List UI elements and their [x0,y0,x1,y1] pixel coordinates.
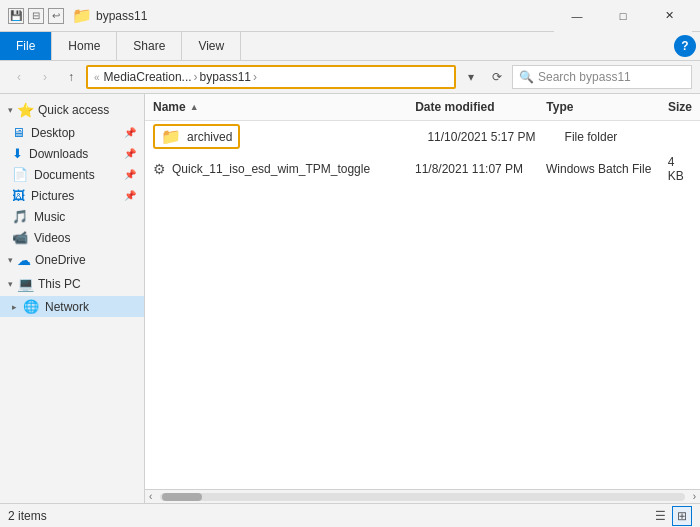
folder-icon-archived: 📁 [161,127,181,146]
address-dropdown-button[interactable]: ▾ [460,66,482,88]
file-list: 📁 archived 11/10/2021 5:17 PM File folde… [145,121,700,489]
sidebar-item-desktop[interactable]: 🖥 Desktop 📌 [0,122,144,143]
downloads-icon: ⬇ [12,146,23,161]
help-button[interactable]: ? [674,35,696,57]
minimize-button[interactable]: — [554,0,600,32]
properties-icon[interactable]: ⊟ [28,8,44,24]
downloads-label: Downloads [29,147,88,161]
archived-type: File folder [565,130,692,144]
music-icon: 🎵 [12,209,28,224]
scroll-left-button[interactable]: ‹ [145,491,156,502]
tab-home[interactable]: Home [52,32,117,60]
expand-icon-network: ▸ [12,302,17,312]
forward-button[interactable]: › [34,66,56,88]
maximize-button[interactable]: □ [600,0,646,32]
pictures-icon: 🖼 [12,188,25,203]
music-label: Music [34,210,65,224]
desktop-label: Desktop [31,126,75,140]
pin-icon-desktop: 📌 [124,127,136,138]
onedrive-label: OneDrive [35,253,86,267]
pc-label: This PC [38,277,81,291]
sidebar-item-network[interactable]: ▸ 🌐 Network [0,296,144,317]
archived-name: archived [187,130,232,144]
save-icon[interactable]: 💾 [8,8,24,24]
documents-label: Documents [34,168,95,182]
main-container: ▾ ⭐ Quick access 🖥 Desktop 📌 ⬇ Downloads… [0,94,700,503]
sidebar-item-documents[interactable]: 📄 Documents 📌 [0,164,144,185]
status-bar: 2 items ☰ ⊞ [0,503,700,527]
table-row[interactable]: 📁 archived 11/10/2021 5:17 PM File folde… [145,121,700,152]
title-bar-quick-icons: 💾 ⊟ ↩ [8,8,64,24]
file-header: Name ▲ Date modified Type Size [145,94,700,121]
sidebar-item-videos[interactable]: 📹 Videos [0,227,144,248]
sidebar-item-downloads[interactable]: ⬇ Downloads 📌 [0,143,144,164]
sidebar-item-quick-access[interactable]: ▾ ⭐ Quick access [0,98,144,122]
pin-icon-downloads: 📌 [124,148,136,159]
address-bar: ‹ › ↑ « MediaCreation... › bypass11 › ▾ … [0,61,700,94]
col-header-date[interactable]: Date modified [415,96,546,118]
details-view-button[interactable]: ☰ [650,506,670,526]
sidebar-item-music[interactable]: 🎵 Music [0,206,144,227]
file-name-cell-archived: 📁 archived [153,124,427,149]
col-header-type[interactable]: Type [546,96,668,118]
sidebar-item-pictures[interactable]: 🖼 Pictures 📌 [0,185,144,206]
search-icon: 🔍 [519,70,534,84]
pin-icon-pictures: 📌 [124,190,136,201]
file-pane: Name ▲ Date modified Type Size 📁 archive… [145,94,700,503]
path-sep-2: › [253,70,257,84]
path-media-creation: MediaCreation... [104,70,192,84]
expand-icon-onedrive: ▾ [8,255,13,265]
expand-icon-pc: ▾ [8,279,13,289]
sidebar-item-onedrive[interactable]: ▾ ☁ OneDrive [0,248,144,272]
close-button[interactable]: ✕ [646,0,692,32]
horizontal-scrollbar[interactable]: ‹ › [145,489,700,503]
onedrive-icon: ☁ [17,252,31,268]
desktop-icon: 🖥 [12,125,25,140]
network-icon: 🌐 [23,299,39,314]
documents-icon: 📄 [12,167,28,182]
item-count: 2 items [8,509,47,523]
bat-icon: ⚙ [153,161,166,177]
scroll-track [160,493,684,501]
quick-access-label: Quick access [38,103,109,117]
star-icon: ⭐ [17,102,34,118]
col-header-name[interactable]: Name ▲ [153,96,415,118]
tab-view[interactable]: View [182,32,241,60]
path-bypass11: bypass11 [200,70,251,84]
search-box[interactable]: 🔍 Search bypass11 [512,65,692,89]
archived-date: 11/10/2021 5:17 PM [427,130,564,144]
up-button[interactable]: ↑ [60,66,82,88]
ribbon-tabs: File Home Share View ? [0,32,700,60]
ribbon: File Home Share View ? [0,32,700,61]
large-icons-view-button[interactable]: ⊞ [672,506,692,526]
pictures-label: Pictures [31,189,74,203]
title-folder-icon: 📁 [72,6,92,25]
toggle-name: Quick_11_iso_esd_wim_TPM_toggle [172,162,370,176]
window-title: bypass11 [96,9,554,23]
path-sep-1: › [194,70,198,84]
address-path[interactable]: « MediaCreation... › bypass11 › [86,65,456,89]
back-button[interactable]: ‹ [8,66,30,88]
sidebar: ▾ ⭐ Quick access 🖥 Desktop 📌 ⬇ Downloads… [0,94,145,503]
scroll-right-button[interactable]: › [689,491,700,502]
refresh-button[interactable]: ⟳ [486,66,508,88]
breadcrumb-double-arrow: « [94,72,100,83]
videos-icon: 📹 [12,230,28,245]
view-controls: ☰ ⊞ [650,506,692,526]
title-bar: 💾 ⊟ ↩ 📁 bypass11 — □ ✕ [0,0,700,32]
tab-share[interactable]: Share [117,32,182,60]
table-row[interactable]: ⚙ Quick_11_iso_esd_wim_TPM_toggle 11/8/2… [145,152,700,186]
pc-icon: 💻 [17,276,34,292]
col-header-size[interactable]: Size [668,96,692,118]
sidebar-item-this-pc[interactable]: ▾ 💻 This PC [0,272,144,296]
tab-file[interactable]: File [0,32,52,60]
videos-label: Videos [34,231,70,245]
toggle-date: 11/8/2021 11:07 PM [415,162,546,176]
expand-icon: ▾ [8,105,13,115]
undo-icon[interactable]: ↩ [48,8,64,24]
toggle-type: Windows Batch File [546,162,668,176]
search-placeholder: Search bypass11 [538,70,631,84]
archived-highlight-box: 📁 archived [153,124,240,149]
scroll-thumb[interactable] [162,493,202,501]
pin-icon-documents: 📌 [124,169,136,180]
